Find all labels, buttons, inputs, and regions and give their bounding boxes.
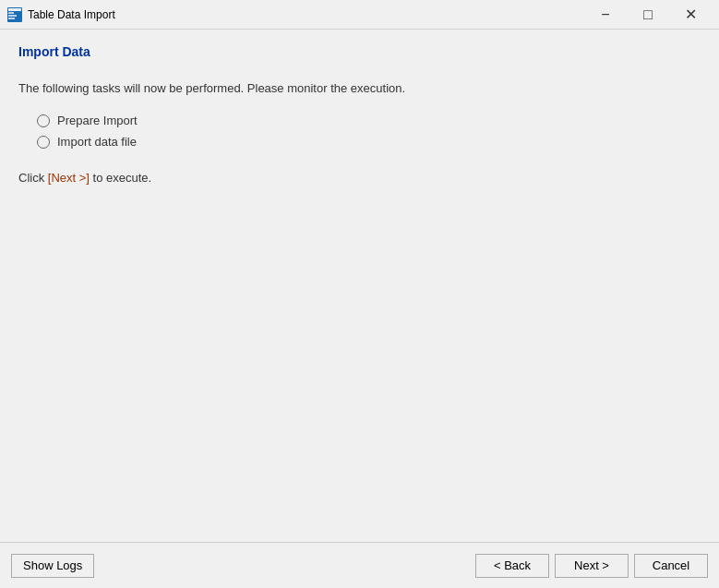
task-radio-2	[37, 136, 50, 149]
task-label-2: Import data file	[57, 135, 137, 149]
task-item-1: Prepare Import	[37, 114, 701, 127]
instruction-suffix: to execute.	[90, 171, 151, 185]
svg-rect-1	[8, 8, 21, 11]
title-bar: Table Data Import − □ ✕	[0, 0, 719, 30]
click-instruction: Click [Next >] to execute.	[18, 171, 701, 185]
task-item-2: Import data file	[37, 135, 701, 149]
instruction-link: [Next >]	[48, 171, 90, 185]
app-icon	[7, 7, 22, 22]
svg-rect-3	[8, 15, 17, 17]
description-text: The following tasks will now be performe…	[18, 81, 701, 95]
section-title: Import Data	[18, 44, 701, 59]
footer: Show Logs < Back Next > Cancel	[0, 542, 719, 588]
title-bar-left: Table Data Import	[7, 7, 115, 22]
svg-rect-2	[8, 12, 14, 14]
svg-rect-4	[8, 18, 15, 19]
maximize-button[interactable]: □	[627, 0, 669, 30]
dialog-content: Import Data The following tasks will now…	[0, 30, 719, 542]
next-button[interactable]: Next >	[555, 554, 629, 578]
window-controls: − □ ✕	[584, 0, 712, 30]
show-logs-button[interactable]: Show Logs	[11, 554, 94, 578]
back-button[interactable]: < Back	[475, 554, 549, 578]
task-label-1: Prepare Import	[57, 114, 138, 127]
task-list: Prepare Import Import data file	[37, 114, 701, 149]
minimize-button[interactable]: −	[584, 0, 627, 30]
instruction-prefix: Click	[18, 171, 48, 185]
cancel-button[interactable]: Cancel	[634, 554, 708, 578]
footer-left: Show Logs	[11, 554, 94, 578]
task-radio-1	[37, 114, 50, 127]
footer-right: < Back Next > Cancel	[475, 554, 708, 578]
close-button[interactable]: ✕	[669, 0, 712, 30]
window-title: Table Data Import	[28, 8, 115, 21]
